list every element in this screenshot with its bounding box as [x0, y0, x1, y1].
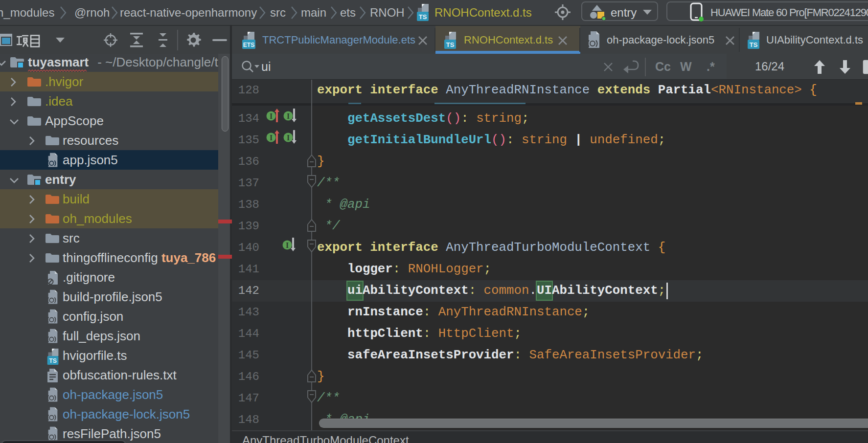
svg-text:TS: TS	[750, 41, 758, 48]
svg-text:TS: TS	[446, 41, 455, 48]
svg-text:I: I	[287, 133, 290, 142]
svg-text:TS: TS	[419, 13, 427, 21]
svg-text:I: I	[270, 112, 273, 120]
svg-text:I: I	[287, 112, 290, 120]
svg-text:TS: TS	[49, 357, 57, 364]
svg-text:I: I	[270, 133, 273, 142]
svg-text:ETS: ETS	[243, 42, 254, 48]
svg-text:I: I	[286, 241, 289, 249]
